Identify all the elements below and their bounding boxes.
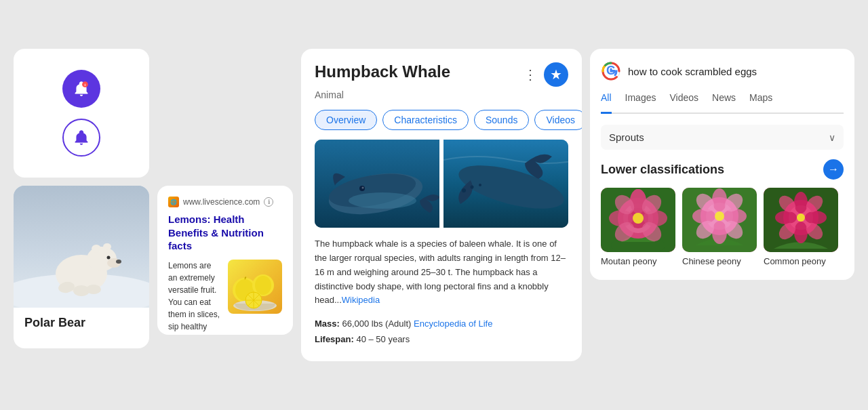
tab-characteristics[interactable]: Characteristics (382, 110, 469, 130)
sprouts-label: Sprouts (609, 131, 644, 143)
svg-point-62 (715, 211, 724, 221)
whale-header: Humpback Whale ⋮ (315, 62, 568, 87)
svg-text:+: + (84, 83, 87, 87)
whale-header-actions: ⋮ (524, 62, 568, 87)
whale-facts: Mass: 66,000 lbs (Adult) Encyclopedia of… (315, 316, 568, 348)
flower-chinese-name: Chinese peony (682, 256, 757, 268)
svg-point-10 (103, 243, 111, 250)
whale-images (315, 140, 568, 228)
svg-point-34 (479, 184, 481, 186)
source-info-icon[interactable]: ℹ (264, 197, 273, 207)
whale-subtitle: Animal (315, 89, 568, 100)
svg-point-29 (349, 192, 416, 209)
lemons-card[interactable]: 🌐 www.livescience.com ℹ Lemons: Health B… (157, 186, 293, 335)
google-card: G how to cook scrambled eggs All (590, 49, 854, 280)
sprouts-dropdown[interactable]: Sprouts ∨ (601, 125, 844, 150)
svg-point-69 (794, 222, 808, 243)
svg-point-50 (633, 213, 644, 224)
lower-classifications-header: Lower classifications → (601, 159, 844, 180)
lifespan-label: Lifespan: (315, 334, 354, 344)
whale-card: Humpback Whale ⋮ Animal Overview Charact… (301, 49, 582, 361)
tab-sounds[interactable]: Sounds (474, 110, 529, 130)
lemons-image (228, 260, 282, 314)
polar-bear-image (14, 186, 149, 308)
lemons-title[interactable]: Lemons: Health Benefits & Nutrition fact… (168, 213, 282, 253)
svg-point-8 (107, 256, 111, 260)
source-url: www.livescience.com (183, 197, 260, 207)
lower-classifications-title: Lower classifications (601, 163, 724, 177)
flower-common[interactable]: Common peony (764, 188, 838, 268)
whale-image-left (315, 140, 439, 228)
flowers-row: Moutan peony (601, 188, 844, 268)
bookmark-button[interactable] (544, 62, 568, 87)
more-options-icon[interactable]: ⋮ (524, 66, 537, 83)
flower-chinese[interactable]: Chinese peony (682, 188, 757, 268)
livescience-favicon: 🌐 (168, 197, 179, 207)
svg-point-66 (794, 192, 808, 213)
whale-title: Humpback Whale (315, 62, 450, 81)
whale-column: Humpback Whale ⋮ Animal Overview Charact… (301, 49, 582, 361)
tab-videos[interactable]: Videos (534, 110, 582, 130)
svg-point-28 (362, 187, 364, 189)
encyclopedia-link[interactable]: Encyclopedia of Life (414, 319, 492, 329)
svg-point-13 (86, 285, 101, 294)
lemons-content: Lemons are an extremely versatile fruit.… (168, 260, 282, 335)
svg-point-17 (255, 276, 271, 295)
whale-image-right (443, 140, 568, 228)
google-search-bar: G how to cook scrambled eggs (601, 61, 844, 81)
svg-point-9 (92, 245, 101, 253)
flower-moutan-image (601, 188, 675, 252)
svg-point-68 (805, 211, 827, 224)
col1: + (14, 49, 149, 361)
svg-point-67 (775, 211, 797, 224)
lemons-text: Lemons are an extremely versatile fruit.… (168, 260, 221, 335)
chevron-down-icon: ∨ (829, 132, 835, 143)
svg-point-32 (462, 188, 466, 192)
whale-mass: Mass: 66,000 lbs (Adult) Encyclopedia of… (315, 316, 568, 331)
notification-outline-icon[interactable] (62, 119, 100, 157)
svg-point-74 (797, 213, 805, 222)
google-column: G how to cook scrambled eggs All (590, 49, 854, 361)
lemons-source: 🌐 www.livescience.com ℹ (168, 197, 282, 207)
flower-moutan[interactable]: Moutan peony (601, 188, 675, 268)
lifespan-value: 40 – 50 years (356, 334, 410, 344)
search-tabs: All Images Videos News Maps (601, 92, 844, 114)
whale-description: The humpback whale is a species of balee… (315, 237, 568, 308)
main-container: + (0, 35, 868, 375)
svg-point-55 (692, 209, 715, 224)
wikipedia-link[interactable]: Wikipedia (342, 295, 380, 305)
svg-point-54 (712, 188, 727, 211)
mass-label: Mass: (315, 319, 340, 329)
col2: 🌐 www.livescience.com ℹ Lemons: Health B… (157, 49, 293, 361)
tab-overview[interactable]: Overview (315, 110, 377, 130)
polar-bear-card[interactable]: Polar Bear (14, 186, 149, 348)
svg-point-57 (712, 221, 727, 244)
flower-common-name: Common peony (764, 256, 838, 268)
mass-value: 66,000 lbs (Adult) (342, 319, 411, 329)
tab-maps[interactable]: Maps (749, 92, 772, 106)
whale-lifespan: Lifespan: 40 – 50 years (315, 331, 568, 347)
whale-tabs: Overview Characteristics Sounds Videos (315, 110, 568, 130)
polar-bear-label: Polar Bear (14, 308, 149, 338)
search-query: how to cook scrambled eggs (628, 66, 757, 77)
icons-card: + (14, 49, 149, 178)
svg-point-33 (471, 186, 474, 189)
tab-news[interactable]: News (712, 92, 736, 106)
svg-point-7 (116, 260, 121, 264)
flower-moutan-name: Moutan peony (601, 256, 675, 268)
svg-point-56 (724, 209, 747, 224)
tab-all[interactable]: All (601, 92, 612, 114)
notification-filled-icon[interactable]: + (62, 70, 100, 108)
lower-classifications-arrow[interactable]: → (823, 159, 844, 180)
google-logo: G (601, 61, 621, 81)
flower-chinese-image (682, 188, 757, 252)
tab-images[interactable]: Images (625, 92, 656, 106)
flower-common-image (764, 188, 838, 252)
tab-videos[interactable]: Videos (669, 92, 698, 106)
